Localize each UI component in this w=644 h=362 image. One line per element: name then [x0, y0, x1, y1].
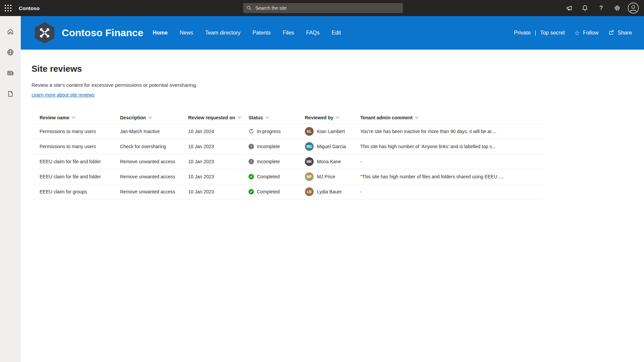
cell-reviewed-by: MK Mona Kane	[297, 157, 352, 166]
star-icon: ☆	[574, 30, 580, 36]
cell-status: Completed	[240, 174, 297, 179]
cell-reviewed-by: LB Lydia Bauer	[297, 187, 352, 196]
status-label: Incomplete	[257, 159, 280, 164]
hexagon-x-logo-icon	[38, 26, 51, 40]
table-row[interactable]: EEEU claim for groups Remove unwanted ac…	[32, 184, 543, 199]
suite-icons: ?	[561, 0, 644, 16]
cell-review-name: Permissions to many users	[32, 144, 112, 149]
rail-item-home[interactable]	[5, 26, 16, 37]
table-row[interactable]: EEEU claim for file and folder Remove un…	[32, 169, 543, 184]
suite-bar: Contoso ?	[0, 0, 644, 16]
globe-icon	[6, 48, 14, 56]
status-label: Incomplete	[257, 144, 280, 149]
chevron-down-icon	[415, 115, 419, 119]
column-header-status[interactable]: Status	[240, 115, 297, 120]
follow-button[interactable]: ☆ Follow	[574, 30, 598, 36]
site-logo[interactable]	[35, 22, 54, 44]
table-row[interactable]: Permissions to many users Jan-March Inac…	[32, 124, 543, 139]
table-body: Permissions to many users Jan-March Inac…	[32, 124, 543, 199]
news-icon	[6, 69, 14, 77]
status-label: In-progress	[257, 129, 281, 134]
in-progress-icon	[249, 129, 254, 134]
settings-button[interactable]	[609, 0, 625, 16]
nav-item-patents[interactable]: Patents	[253, 30, 271, 36]
avatar: MP	[305, 172, 314, 181]
incomplete-icon: !	[249, 159, 254, 164]
cell-description: Remove unwanted access	[112, 174, 180, 179]
cell-description: Remove unwanted access	[112, 159, 180, 164]
cell-review-name: EEEU claim for file and folder	[32, 159, 112, 164]
chevron-down-icon	[265, 115, 269, 119]
cell-reviewed-by: MP MJ Price	[297, 172, 352, 181]
learn-more-link[interactable]: Learn more about site reviews	[32, 92, 95, 98]
rail-item-news[interactable]	[5, 68, 16, 78]
site-title[interactable]: Contoso Finance	[62, 27, 143, 39]
share-label: Share	[618, 30, 632, 36]
avatar: LB	[305, 187, 314, 196]
suite-app-name[interactable]: Contoso	[19, 5, 40, 11]
table-row[interactable]: Permissions to many users Check for over…	[32, 139, 543, 154]
search-input[interactable]	[255, 5, 399, 11]
rail-item-pages[interactable]	[5, 88, 16, 99]
site-header: Contoso Finance Home News Team directory…	[21, 16, 644, 50]
column-header-tenant-admin-comment[interactable]: Tenant admin comment	[352, 115, 543, 120]
page-title: Site reviews	[32, 64, 644, 74]
column-header-review-name[interactable]: Review name	[32, 115, 112, 120]
reviewer-name: Lydia Bauer	[317, 189, 342, 194]
incomplete-icon: !	[249, 144, 254, 149]
nav-item-faqs[interactable]: FAQs	[306, 30, 320, 36]
chevron-down-icon	[149, 115, 152, 119]
cell-description: Jan-March Inactive	[112, 129, 180, 134]
cell-tenant-admin-comment: “This site has high number of files and …	[352, 174, 543, 179]
column-header-description[interactable]: Description	[112, 115, 180, 120]
chevron-down-icon	[72, 115, 75, 119]
share-button[interactable]: Share	[608, 29, 632, 36]
column-header-reviewed-by[interactable]: Reviewed by	[297, 115, 352, 120]
column-header-review-requested-on[interactable]: Review requested on	[180, 115, 240, 120]
site-reviews-table: Review name Description Review requested…	[32, 111, 543, 199]
nav-item-home[interactable]: Home	[153, 30, 167, 36]
account-button[interactable]	[625, 0, 641, 16]
cell-review-requested-on: 10 Jan 2024	[180, 129, 240, 134]
app-launcher-icon	[5, 5, 11, 11]
notifications-button[interactable]	[577, 0, 593, 16]
cell-description: Remove unwanted access	[112, 189, 180, 194]
account-icon	[628, 2, 639, 14]
follow-label: Follow	[583, 30, 598, 36]
reviewer-name: Kian Lambert	[317, 129, 345, 134]
status-label: Completed	[257, 189, 280, 194]
nav-item-team-directory[interactable]: Team directory	[205, 30, 240, 36]
nav-item-edit[interactable]: Edit	[332, 30, 341, 36]
completed-icon	[249, 174, 254, 179]
cell-status: Completed	[240, 189, 297, 194]
site-header-right: Private | Top secret ☆ Follow Share	[514, 29, 632, 36]
cell-tenant-admin-comment: This site has high number of ‘Anyone lin…	[352, 144, 543, 149]
site-search[interactable]	[243, 3, 403, 13]
cell-reviewed-by: KL Kian Lambert	[297, 127, 352, 136]
share-icon	[608, 29, 614, 36]
cell-status: ! Incomplete	[240, 159, 297, 164]
rail-item-global[interactable]	[5, 47, 16, 58]
sensitivity-label[interactable]: Top secret	[540, 30, 565, 36]
table-row[interactable]: EEEU claim for file and folder Remove un…	[32, 154, 543, 169]
page-description: Review a site's content for excessive pe…	[32, 82, 644, 88]
app-launcher-button[interactable]	[0, 0, 16, 16]
reviewer-name: MJ Price	[317, 174, 335, 179]
completed-icon	[249, 189, 254, 194]
cell-tenant-admin-comment: -	[352, 159, 543, 164]
home-icon	[6, 27, 14, 36]
bell-icon	[581, 4, 589, 12]
nav-item-news[interactable]: News	[180, 30, 193, 36]
cell-status: In-progress	[240, 129, 297, 134]
help-button[interactable]: ?	[593, 0, 609, 16]
announcements-button[interactable]	[561, 0, 577, 16]
avatar: MG	[305, 142, 314, 151]
avatar: KL	[305, 127, 314, 136]
sync-icon	[249, 129, 254, 134]
cell-tenant-admin-comment: -	[352, 189, 543, 194]
help-icon: ?	[599, 5, 603, 12]
nav-item-files[interactable]: Files	[283, 30, 294, 36]
cell-reviewed-by: MG Miguel Garcia	[297, 142, 352, 151]
avatar: MK	[305, 157, 314, 166]
table-header-row: Review name Description Review requested…	[32, 111, 543, 124]
